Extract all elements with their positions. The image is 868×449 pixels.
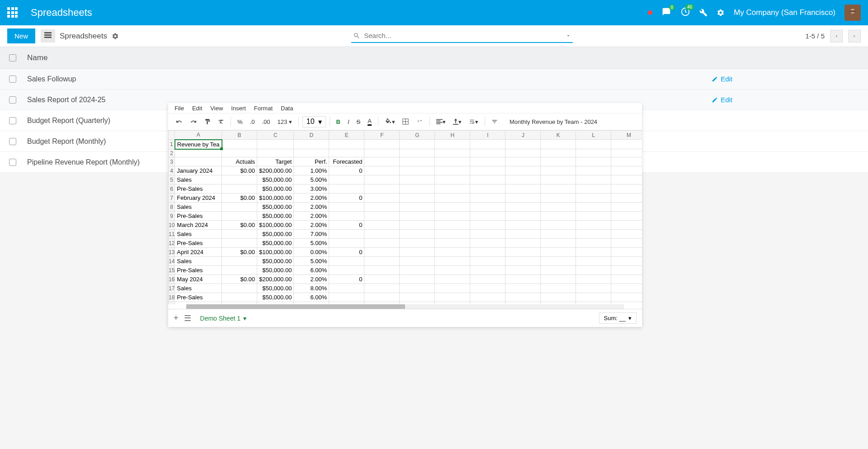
- search-input[interactable]: [364, 32, 566, 39]
- cell[interactable]: [400, 157, 435, 166]
- cell[interactable]: [364, 157, 400, 166]
- cell[interactable]: [435, 166, 470, 173]
- cell[interactable]: [222, 149, 257, 157]
- grid-area[interactable]: ABCDEFGHIJKLM1Revenue by Tea23ActualsTar…: [168, 130, 642, 173]
- strikethrough-button[interactable]: S: [354, 117, 363, 127]
- col-header[interactable]: M: [611, 131, 642, 140]
- cell[interactable]: [470, 149, 505, 157]
- merge-button[interactable]: [413, 117, 426, 127]
- cell[interactable]: [611, 157, 642, 166]
- cell[interactable]: [470, 166, 505, 173]
- menu-edit[interactable]: Edit: [192, 105, 202, 112]
- search-box[interactable]: [351, 29, 573, 43]
- column-name-header[interactable]: Name: [27, 53, 47, 62]
- list-row[interactable]: Sales FollowupEdit: [0, 69, 868, 90]
- messages-button[interactable]: 8: [661, 7, 671, 18]
- cell[interactable]: [364, 149, 400, 157]
- settings-icon[interactable]: [717, 9, 725, 17]
- pager-next-button[interactable]: [848, 30, 861, 43]
- row-checkbox[interactable]: [9, 76, 16, 83]
- cell[interactable]: [329, 140, 364, 149]
- col-header[interactable]: L: [576, 131, 611, 140]
- col-header[interactable]: E: [329, 131, 364, 140]
- col-header[interactable]: A: [175, 131, 222, 140]
- cell[interactable]: January 2024: [175, 166, 222, 173]
- menu-data[interactable]: Data: [281, 105, 293, 112]
- row-header[interactable]: 3: [169, 157, 175, 166]
- bold-button[interactable]: B: [334, 117, 343, 127]
- row-checkbox[interactable]: [9, 138, 16, 145]
- edit-link[interactable]: Edit: [712, 75, 732, 83]
- cell[interactable]: [329, 149, 364, 157]
- cell[interactable]: 1.00%: [294, 166, 329, 173]
- cell[interactable]: Revenue by Tea: [175, 140, 222, 149]
- cell[interactable]: [400, 140, 435, 149]
- list-view-button[interactable]: [41, 29, 55, 43]
- edit-link[interactable]: Edit: [712, 96, 732, 104]
- col-header[interactable]: G: [400, 131, 435, 140]
- cell[interactable]: [400, 166, 435, 173]
- valign-button[interactable]: ▾: [450, 117, 464, 127]
- row-checkbox[interactable]: [9, 96, 16, 104]
- apps-menu-icon[interactable]: [7, 7, 18, 18]
- paint-format-button[interactable]: [202, 116, 213, 127]
- company-name[interactable]: My Company (San Francisco): [734, 8, 835, 17]
- cell[interactable]: Actuals: [222, 157, 257, 166]
- borders-button[interactable]: [400, 117, 411, 127]
- cell[interactable]: [294, 149, 329, 157]
- cell[interactable]: [470, 140, 505, 149]
- breadcrumb[interactable]: Spreadsheets: [60, 32, 107, 41]
- decimal-decrease-button[interactable]: .0: [247, 117, 258, 127]
- cell[interactable]: [257, 149, 294, 157]
- row-header[interactable]: 2: [169, 149, 175, 157]
- cell[interactable]: [294, 140, 329, 149]
- cell[interactable]: [222, 140, 257, 149]
- percent-button[interactable]: %: [235, 117, 245, 127]
- italic-button[interactable]: I: [345, 117, 352, 127]
- cell[interactable]: [175, 149, 222, 157]
- cell[interactable]: Forecasted: [329, 157, 364, 166]
- col-header[interactable]: B: [222, 131, 257, 140]
- cell[interactable]: [541, 166, 576, 173]
- menu-view[interactable]: View: [210, 105, 223, 112]
- fill-color-button[interactable]: ▾: [382, 116, 398, 127]
- cell[interactable]: [435, 140, 470, 149]
- menu-file[interactable]: File: [175, 105, 184, 112]
- cell[interactable]: [505, 149, 541, 157]
- cell[interactable]: Target: [257, 157, 294, 166]
- cell[interactable]: [541, 157, 576, 166]
- cell[interactable]: [435, 149, 470, 157]
- cell[interactable]: [611, 140, 642, 149]
- row-header[interactable]: 4: [169, 166, 175, 173]
- cell[interactable]: [175, 157, 222, 166]
- formula-bar[interactable]: Monthly Revenue by Team - 2024: [508, 117, 637, 127]
- cell[interactable]: [576, 166, 611, 173]
- cell[interactable]: [576, 157, 611, 166]
- cell[interactable]: [470, 157, 505, 166]
- cell[interactable]: $0.00: [222, 166, 257, 173]
- col-header[interactable]: D: [294, 131, 329, 140]
- redo-button[interactable]: [187, 117, 200, 127]
- cell[interactable]: [505, 140, 541, 149]
- col-header[interactable]: H: [435, 131, 470, 140]
- user-avatar[interactable]: [844, 5, 861, 21]
- cell[interactable]: [576, 149, 611, 157]
- number-format-button[interactable]: 123 ▾: [274, 117, 294, 127]
- cell[interactable]: [541, 140, 576, 149]
- cell[interactable]: [257, 140, 294, 149]
- new-button[interactable]: New: [7, 28, 35, 43]
- cell[interactable]: [435, 157, 470, 166]
- select-all-checkbox[interactable]: [9, 54, 16, 61]
- cell[interactable]: $200,000.00: [257, 166, 294, 173]
- halign-button[interactable]: ▾: [434, 117, 448, 127]
- col-header[interactable]: K: [541, 131, 576, 140]
- cell[interactable]: [611, 149, 642, 157]
- filter-button[interactable]: [489, 117, 500, 127]
- cell[interactable]: Perf.: [294, 157, 329, 166]
- cell[interactable]: [541, 149, 576, 157]
- cell[interactable]: [505, 157, 541, 166]
- cell[interactable]: [611, 166, 642, 173]
- cell[interactable]: [364, 140, 400, 149]
- cell[interactable]: [400, 149, 435, 157]
- decimal-increase-button[interactable]: .00: [259, 117, 273, 127]
